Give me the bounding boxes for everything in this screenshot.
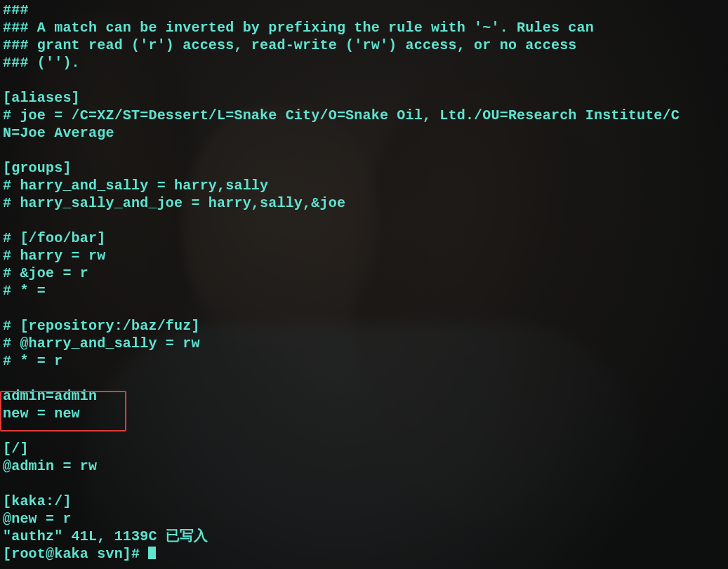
terminal-line: [groups] [3, 159, 725, 177]
terminal-line [3, 475, 725, 493]
terminal-line: # * = r [3, 352, 725, 370]
terminal-line: ### (''). [3, 54, 725, 72]
terminal-line: # harry_and_sally = harry,sally [3, 177, 725, 194]
terminal-line [3, 422, 725, 440]
terminal-line: N=Joe Average [3, 124, 725, 142]
shell-prompt[interactable]: [root@kaka svn]# [3, 545, 725, 563]
terminal-line: admin=admin [3, 387, 725, 405]
terminal-line: [aliases] [3, 89, 725, 107]
terminal-line [3, 72, 725, 89]
terminal-line: # harry = rw [3, 247, 725, 265]
terminal-line: # @harry_and_sally = rw [3, 335, 725, 352]
terminal-line: @admin = rw [3, 457, 725, 475]
terminal-line: @new = r [3, 510, 725, 528]
terminal-line: [kaka:/] [3, 493, 725, 510]
terminal-line [3, 212, 725, 229]
editor-status-line: "authz" 41L, 1139C 已写入 [3, 528, 725, 545]
terminal-line: ### A match can be inverted by prefixing… [3, 19, 725, 36]
terminal-line: ### grant read ('r') access, read-write … [3, 36, 725, 54]
terminal-line: # &joe = r [3, 265, 725, 282]
terminal-line [3, 142, 725, 159]
cursor [148, 547, 156, 559]
terminal-line: [/] [3, 440, 725, 457]
prompt-text: [root@kaka svn]# [3, 546, 148, 562]
terminal-line [3, 370, 725, 387]
terminal-line: # [repository:/baz/fuz] [3, 317, 725, 335]
terminal-line [3, 300, 725, 317]
terminal-line: # harry_sally_and_joe = harry,sally,&joe [3, 194, 725, 212]
terminal-line: # * = [3, 282, 725, 300]
terminal-line: ### [3, 1, 725, 19]
terminal-line: # joe = /C=XZ/ST=Dessert/L=Snake City/O=… [3, 107, 725, 124]
terminal-line: # [/foo/bar] [3, 229, 725, 247]
terminal-output[interactable]: ###### A match can be inverted by prefix… [3, 1, 725, 568]
terminal-line: new = new [3, 405, 725, 422]
